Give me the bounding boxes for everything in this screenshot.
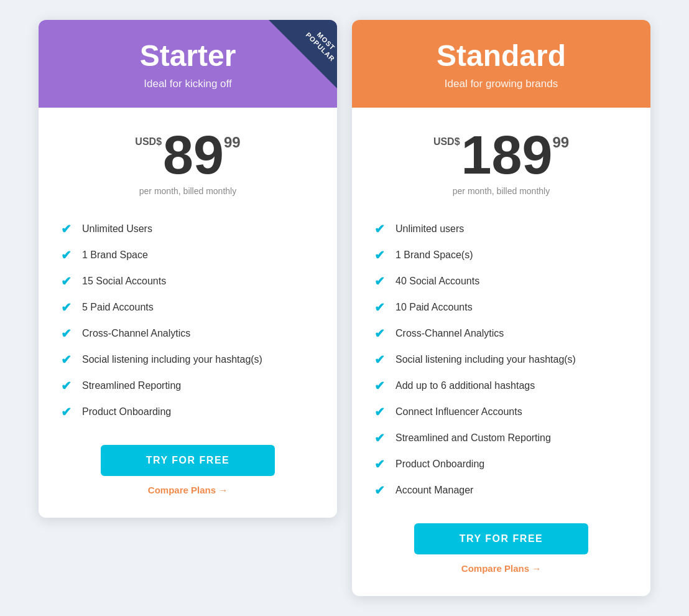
- feature-item: ✔10 Paid Accounts: [374, 294, 628, 320]
- plan-tagline: Ideal for growing brands: [374, 78, 628, 90]
- feature-text: Product Onboarding: [82, 406, 171, 418]
- checkmark-icon: ✔: [61, 352, 75, 367]
- feature-item: ✔1 Brand Space(s): [374, 242, 628, 268]
- feature-item: ✔Product Onboarding: [374, 451, 628, 477]
- feature-item: ✔Cross-Channel Analytics: [374, 320, 628, 347]
- feature-text: 40 Social Accounts: [395, 276, 479, 287]
- feature-text: Cross-Channel Analytics: [82, 328, 190, 339]
- feature-text: 1 Brand Space(s): [395, 250, 473, 261]
- plan-body-starter: USD$8999per month, billed monthly✔Unlimi…: [39, 108, 337, 518]
- feature-text: Cross-Channel Analytics: [395, 328, 504, 339]
- plan-header-standard: StandardIdeal for growing brands: [352, 20, 650, 108]
- features-list: ✔Unlimited Users✔1 Brand Space✔15 Social…: [61, 216, 315, 425]
- plan-header-starter: MOSTPOPULARStarterIdeal for kicking off: [39, 20, 337, 108]
- feature-text: Streamlined Reporting: [82, 380, 181, 391]
- feature-item: ✔Cross-Channel Analytics: [61, 320, 315, 347]
- feature-text: Product Onboarding: [395, 459, 484, 470]
- feature-text: 15 Social Accounts: [82, 276, 166, 287]
- try-for-free-button[interactable]: TRY FOR FREE: [101, 445, 275, 476]
- price-section: USD$18999per month, billed monthly: [374, 128, 628, 196]
- checkmark-icon: ✔: [61, 404, 75, 419]
- feature-item: ✔Streamlined and Custom Reporting: [374, 425, 628, 451]
- features-list: ✔Unlimited users✔1 Brand Space(s)✔40 Soc…: [374, 216, 628, 503]
- try-for-free-button[interactable]: TRY FOR FREE: [414, 523, 588, 554]
- feature-item: ✔5 Paid Accounts: [61, 294, 315, 320]
- feature-text: Streamlined and Custom Reporting: [395, 432, 551, 444]
- feature-text: Unlimited users: [395, 223, 464, 235]
- checkmark-icon: ✔: [374, 222, 388, 236]
- pricing-plans: MOSTPOPULARStarterIdeal for kicking offU…: [12, 20, 677, 596]
- feature-item: ✔Unlimited Users: [61, 216, 315, 242]
- price-currency: USD$: [135, 136, 162, 147]
- compare-plans-link[interactable]: Compare Plans →: [461, 563, 541, 574]
- compare-plans-link[interactable]: Compare Plans →: [148, 485, 228, 495]
- most-popular-text: MOSTPOPULAR: [304, 25, 337, 63]
- price-main: 89: [163, 128, 224, 182]
- checkmark-icon: ✔: [374, 457, 388, 472]
- feature-item: ✔Connect Influencer Accounts: [374, 399, 628, 425]
- checkmark-icon: ✔: [374, 274, 388, 289]
- checkmark-icon: ✔: [374, 483, 388, 498]
- checkmark-icon: ✔: [61, 248, 75, 263]
- feature-text: 1 Brand Space: [82, 250, 148, 261]
- plan-name: Standard: [374, 40, 628, 73]
- feature-text: Unlimited Users: [82, 223, 152, 235]
- feature-item: ✔15 Social Accounts: [61, 268, 315, 294]
- checkmark-icon: ✔: [374, 431, 388, 446]
- feature-item: ✔Account Manager: [374, 477, 628, 503]
- price-currency: USD$: [433, 136, 460, 147]
- price-cents: 99: [224, 134, 241, 151]
- feature-text: Add up to 6 additional hashtags: [395, 380, 535, 391]
- feature-item: ✔1 Brand Space: [61, 242, 315, 268]
- price-period: per month, billed monthly: [61, 186, 315, 196]
- price-main: 189: [461, 128, 553, 182]
- checkmark-icon: ✔: [61, 274, 75, 289]
- price-period: per month, billed monthly: [374, 186, 628, 196]
- feature-text: Connect Influencer Accounts: [395, 406, 522, 418]
- feature-item: ✔Social listening including your hashtag…: [374, 347, 628, 373]
- checkmark-icon: ✔: [61, 300, 75, 315]
- price-row: USD$18999: [374, 128, 628, 182]
- price-section: USD$8999per month, billed monthly: [61, 128, 315, 196]
- checkmark-icon: ✔: [374, 248, 388, 263]
- checkmark-icon: ✔: [61, 222, 75, 236]
- feature-item: ✔Add up to 6 additional hashtags: [374, 373, 628, 399]
- feature-item: ✔Product Onboarding: [61, 399, 315, 425]
- feature-item: ✔Social listening including your hashtag…: [61, 347, 315, 373]
- cta-section: TRY FOR FREECompare Plans →: [61, 445, 315, 495]
- feature-item: ✔40 Social Accounts: [374, 268, 628, 294]
- cta-section: TRY FOR FREECompare Plans →: [374, 523, 628, 574]
- price-row: USD$8999: [61, 128, 315, 182]
- feature-text: 5 Paid Accounts: [82, 302, 154, 313]
- checkmark-icon: ✔: [61, 378, 75, 393]
- price-cents: 99: [552, 134, 569, 151]
- checkmark-icon: ✔: [374, 378, 388, 393]
- feature-text: Account Manager: [395, 485, 473, 496]
- checkmark-icon: ✔: [374, 300, 388, 315]
- checkmark-icon: ✔: [374, 404, 388, 419]
- feature-item: ✔Unlimited users: [374, 216, 628, 242]
- plan-card-starter: MOSTPOPULARStarterIdeal for kicking offU…: [39, 20, 337, 518]
- checkmark-icon: ✔: [374, 326, 388, 341]
- feature-text: 10 Paid Accounts: [395, 302, 473, 313]
- plan-body-standard: USD$18999per month, billed monthly✔Unlim…: [352, 108, 650, 596]
- plan-card-standard: StandardIdeal for growing brandsUSD$1899…: [352, 20, 650, 596]
- feature-text: Social listening including your hashtag(…: [82, 354, 262, 365]
- checkmark-icon: ✔: [374, 352, 388, 367]
- checkmark-icon: ✔: [61, 326, 75, 341]
- feature-item: ✔Streamlined Reporting: [61, 373, 315, 399]
- plan-tagline: Ideal for kicking off: [61, 78, 315, 90]
- feature-text: Social listening including your hashtag(…: [395, 354, 576, 365]
